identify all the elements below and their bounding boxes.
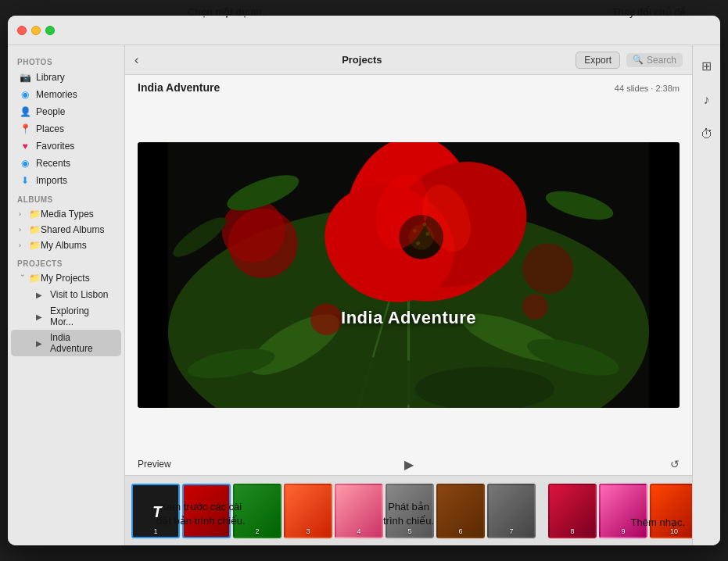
back-button[interactable]: ‹	[134, 53, 138, 67]
thumb-num-2: 2	[255, 527, 259, 535]
play-button[interactable]: ▶	[400, 455, 418, 473]
chevron-right-icon-3: ›	[19, 241, 27, 249]
svg-point-20	[416, 241, 420, 245]
filmstrip: T 1 2 3 4	[125, 475, 692, 545]
thumb-num-4: 4	[357, 527, 360, 535]
thumb-num-8: 8	[570, 527, 574, 535]
main-content: Photos 📷 Library ◉ Memories 👤 People 📍 P…	[8, 45, 720, 545]
places-icon: 📍	[19, 123, 31, 135]
chevron-down-icon: ›	[19, 274, 27, 282]
content-pane: ‹ Projects Export 🔍 Search India Adventu…	[125, 45, 692, 545]
sidebar-group-shared-albums[interactable]: › 📁 Shared Albums	[11, 222, 121, 238]
film-thumb-1[interactable]: T 1	[131, 484, 180, 538]
svg-point-10	[522, 244, 573, 295]
sidebar-group-media-types[interactable]: › 📁 Media Types	[11, 206, 121, 222]
shared-albums-icon: 📁	[29, 224, 41, 235]
sidebar-item-people[interactable]: 👤 People	[11, 103, 121, 120]
film-thumb-8[interactable]: 8	[548, 484, 597, 538]
maximize-button[interactable]	[45, 26, 55, 35]
thumb-num-10: 10	[670, 527, 678, 535]
recents-icon: ◉	[19, 157, 31, 170]
thumb-num-7: 7	[509, 527, 513, 535]
film-thumb-2[interactable]: 2	[233, 484, 282, 538]
app-window: Photos 📷 Library ◉ Memories 👤 People 📍 P…	[8, 16, 720, 545]
slideshow-icon-india: ▶	[33, 337, 45, 349]
film-thumb-5[interactable]: 5	[386, 484, 434, 538]
my-albums-icon: 📁	[29, 240, 41, 251]
slideshow-preview[interactable]: India Adventure	[138, 142, 680, 408]
sidebar-item-places[interactable]: 📍 Places	[11, 120, 121, 138]
content-toolbar: ‹ Projects Export 🔍 Search	[125, 45, 692, 75]
sidebar-section-projects: Projects	[8, 253, 124, 270]
traffic-lights	[17, 26, 55, 35]
loop-button[interactable]: ↺	[670, 458, 680, 470]
sidebar-item-india-adventure[interactable]: ▶ India Adventure	[11, 330, 121, 356]
sidebar-group-my-albums[interactable]: › 📁 My Albums	[11, 238, 121, 253]
project-title: India Adventure	[138, 81, 220, 94]
search-placeholder: Search	[647, 55, 676, 66]
project-info: 44 slides · 2:38m	[615, 84, 680, 93]
film-thumb-9[interactable]: 9	[599, 484, 647, 538]
thumb-num-3: 3	[306, 527, 310, 535]
film-thumb-1b[interactable]	[182, 484, 231, 538]
svg-point-26	[522, 294, 547, 319]
film-thumb-6[interactable]: 6	[436, 484, 485, 538]
sidebar-group-my-projects[interactable]: › 📁 My Projects	[11, 270, 121, 286]
sidebar-item-imports[interactable]: ⬇ Imports	[11, 172, 121, 189]
people-icon: 👤	[19, 105, 31, 118]
sidebar-section-photos: Photos	[8, 52, 124, 69]
clock-icon[interactable]: ⏱	[696, 123, 718, 145]
browser-icon[interactable]: ⊞	[696, 55, 718, 77]
media-types-icon: 📁	[29, 209, 41, 220]
chevron-right-icon-2: ›	[19, 226, 27, 234]
sidebar-item-recents[interactable]: ◉ Recents	[11, 155, 121, 172]
slideshow-container: India Adventure	[125, 97, 692, 453]
favorites-icon: ♥	[19, 140, 31, 152]
film-thumb-7[interactable]: 7	[487, 484, 536, 538]
sidebar-item-memories[interactable]: ◉ Memories	[11, 86, 121, 103]
music-icon[interactable]: ♪	[696, 89, 718, 111]
sidebar-item-exploring[interactable]: ▶ Exploring Mor...	[11, 303, 121, 330]
titlebar	[8, 16, 720, 45]
sidebar: Photos 📷 Library ◉ Memories 👤 People 📍 P…	[8, 45, 125, 545]
thumb-num-1: 1	[153, 527, 157, 535]
film-thumb-10[interactable]: 10	[650, 484, 692, 538]
preview-label: Preview	[138, 459, 171, 470]
minimize-button[interactable]	[31, 26, 41, 35]
library-icon: 📷	[19, 71, 31, 84]
imports-icon: ⬇	[19, 174, 31, 187]
slideshow-icon-lisbon: ▶	[33, 288, 45, 301]
my-projects-icon: 📁	[29, 273, 41, 284]
slide-title-overlay: India Adventure	[341, 308, 476, 328]
thumb-num-5: 5	[407, 527, 411, 535]
svg-point-25	[310, 303, 342, 334]
export-button[interactable]: Export	[576, 52, 620, 69]
right-panel: ⊞ ♪ ⏱	[692, 45, 720, 545]
slideshow-icon-exploring: ▶	[33, 310, 45, 323]
sidebar-item-favorites[interactable]: ♥ Favorites	[11, 138, 121, 155]
thumb-num-9: 9	[621, 527, 625, 535]
sidebar-section-albums: Albums	[8, 189, 124, 206]
close-button[interactable]	[17, 26, 27, 35]
film-thumb-3[interactable]: 3	[284, 484, 332, 538]
memories-icon: ◉	[19, 88, 31, 101]
sidebar-item-library[interactable]: 📷 Library	[11, 69, 121, 86]
thumb-num-6: 6	[458, 527, 462, 535]
toolbar-title: Projects	[148, 54, 576, 66]
search-icon: 🔍	[633, 55, 644, 65]
sidebar-item-visit-lisbon[interactable]: ▶ Visit to Lisbon	[11, 286, 121, 303]
film-thumb-4[interactable]: 4	[335, 484, 383, 538]
search-box[interactable]: 🔍 Search	[626, 53, 683, 67]
project-header: India Adventure 44 slides · 2:38m	[125, 75, 692, 97]
preview-controls: Preview ▶ ↺	[125, 453, 692, 475]
chevron-right-icon: ›	[19, 210, 27, 218]
